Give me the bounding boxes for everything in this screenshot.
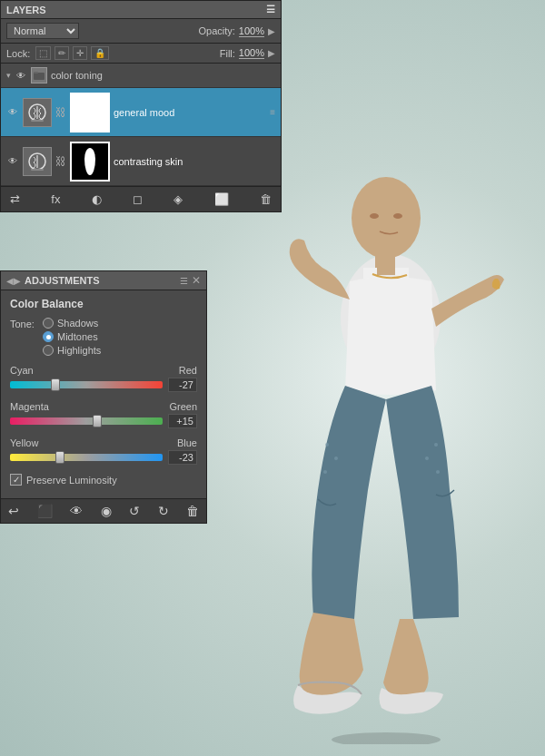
layer-mask-0[interactable] bbox=[70, 93, 110, 133]
tone-row: Tone: Shadows Midtones Highlights bbox=[10, 318, 197, 356]
adj-clip-icon[interactable]: ⬛ bbox=[37, 504, 53, 518]
fx-icon[interactable]: fx bbox=[47, 191, 64, 208]
layer-row-contrasting-skin[interactable]: 👁 ⛓ contrasting skin bbox=[1, 137, 281, 186]
fill-value[interactable]: 100% bbox=[239, 47, 264, 59]
slider-value-cr[interactable]: -27 bbox=[168, 378, 197, 392]
slider-thumb-cr[interactable] bbox=[51, 378, 60, 391]
radio-highlights[interactable] bbox=[43, 345, 54, 356]
new-group-icon[interactable]: ◻ bbox=[129, 191, 146, 208]
cyan-label: Cyan bbox=[10, 365, 34, 376]
radio-midtones[interactable] bbox=[43, 331, 54, 342]
tone-option-highlights[interactable]: Highlights bbox=[43, 345, 101, 356]
opacity-arrow[interactable]: ▶ bbox=[268, 26, 275, 36]
adj-eye-icon[interactable]: 👁 bbox=[70, 504, 83, 518]
layers-blend-row: Normal Opacity: 100% ▶ bbox=[1, 19, 281, 44]
svg-rect-2 bbox=[375, 252, 395, 275]
lock-all-icon[interactable]: 🔒 bbox=[91, 46, 109, 60]
svg-point-8 bbox=[434, 443, 438, 447]
adjustment-icon[interactable]: ◐ bbox=[88, 191, 105, 208]
opacity-value[interactable]: 100% bbox=[239, 25, 264, 37]
adj-section-title: Color Balance bbox=[10, 298, 197, 310]
tone-shadows-label: Shadows bbox=[57, 318, 98, 329]
slider-track-container-yb[interactable] bbox=[10, 451, 163, 464]
lock-paint-icon[interactable]: ✏ bbox=[54, 46, 69, 60]
svg-rect-19 bbox=[31, 120, 44, 122]
layer-chain-icon-1: ⛓ bbox=[55, 155, 66, 168]
adj-trash-icon[interactable]: 🗑 bbox=[186, 504, 199, 518]
lock-icons: ⬚ ✏ ✛ 🔒 bbox=[35, 46, 109, 60]
tone-midtones-label: Midtones bbox=[57, 331, 98, 342]
preserve-luminosity-row[interactable]: Preserve Luminosity bbox=[10, 474, 197, 486]
tone-option-midtones[interactable]: Midtones bbox=[43, 331, 101, 342]
adj-refresh-icon[interactable]: ↻ bbox=[158, 504, 169, 518]
layers-menu-icon[interactable]: ☰ bbox=[266, 4, 275, 15]
adjustments-panel: ◀▶ ADJUSTMENTS ☰ ✕ Color Balance Tone: S… bbox=[0, 270, 207, 524]
group-eye-icon[interactable]: 👁 bbox=[15, 71, 27, 81]
lock-transparent-icon[interactable]: ⬚ bbox=[35, 46, 51, 60]
erase-icon[interactable]: ◈ bbox=[170, 191, 186, 208]
opacity-label: Opacity: bbox=[199, 25, 235, 36]
blend-mode-select[interactable]: Normal bbox=[6, 23, 79, 39]
layer-group-header[interactable]: ▾ 👁 color toning bbox=[1, 64, 281, 88]
tone-options: Shadows Midtones Highlights bbox=[43, 318, 101, 356]
slider-labels-mg: Magenta Green bbox=[10, 401, 197, 412]
slider-with-value-yb: -23 bbox=[10, 450, 197, 465]
layer-eye-icon-0[interactable]: 👁 bbox=[6, 107, 19, 117]
layer-adj-icon-1 bbox=[23, 147, 52, 176]
adj-rotate-icon[interactable]: ↺ bbox=[129, 504, 140, 518]
layers-lock-row: Lock: ⬚ ✏ ✛ 🔒 Fill: 100% ▶ bbox=[1, 44, 281, 64]
svg-point-1 bbox=[352, 177, 421, 259]
slider-track-container-mg[interactable] bbox=[10, 415, 163, 427]
svg-point-13 bbox=[332, 732, 441, 744]
link-icon[interactable]: ⇄ bbox=[6, 191, 24, 208]
adj-title-bar: ◀▶ ADJUSTMENTS ☰ ✕ bbox=[1, 271, 206, 290]
group-name: color toning bbox=[51, 70, 103, 81]
slider-with-value-mg: +15 bbox=[10, 414, 197, 428]
radio-shadows[interactable] bbox=[43, 318, 54, 329]
layer-name-1[interactable]: contrasting skin bbox=[114, 156, 275, 167]
layer-scroll-icon-0: ≡ bbox=[270, 107, 275, 117]
group-expand-arrow[interactable]: ▾ bbox=[6, 71, 11, 80]
new-layer-icon[interactable]: ⬜ bbox=[211, 191, 233, 208]
delete-layer-icon[interactable]: 🗑 bbox=[256, 191, 275, 208]
slider-track-container-cr[interactable] bbox=[10, 378, 163, 391]
svg-point-12 bbox=[393, 213, 402, 219]
layers-panel: LAYERS ☰ Normal Opacity: 100% ▶ Lock: ⬚ … bbox=[0, 0, 282, 212]
slider-thumb-mg[interactable] bbox=[93, 415, 102, 427]
tone-highlights-label: Highlights bbox=[57, 345, 101, 356]
blue-label: Blue bbox=[177, 437, 197, 448]
slider-thumb-yb[interactable] bbox=[55, 451, 64, 464]
slider-value-mg[interactable]: +15 bbox=[168, 414, 197, 428]
layer-row-general-mood[interactable]: 👁 ⛓ general mood ≡ bbox=[1, 88, 281, 137]
fill-row: Fill: 100% ▶ bbox=[220, 47, 275, 59]
layer-chain-icon-0: ⛓ bbox=[55, 106, 66, 119]
red-label: Red bbox=[179, 365, 197, 376]
adj-back-icon[interactable]: ↩ bbox=[8, 504, 19, 518]
slider-row-yellow-blue: Yellow Blue -23 bbox=[10, 437, 197, 465]
slider-value-yb[interactable]: -23 bbox=[168, 450, 197, 465]
slider-row-magenta-green: Magenta Green +15 bbox=[10, 401, 197, 428]
adj-panel-title: ADJUSTMENTS bbox=[25, 275, 100, 286]
layer-name-0[interactable]: general mood bbox=[114, 107, 266, 118]
slider-labels-yb: Yellow Blue bbox=[10, 437, 197, 448]
preserve-luminosity-checkbox[interactable] bbox=[10, 474, 22, 486]
adj-content: Color Balance Tone: Shadows Midtones Hig… bbox=[1, 290, 206, 493]
slider-track-cr bbox=[10, 381, 163, 388]
adj-nav-arrows[interactable]: ◀▶ bbox=[6, 276, 21, 286]
group-folder-icon bbox=[31, 67, 47, 83]
fill-arrow[interactable]: ▶ bbox=[268, 48, 275, 58]
adj-eye2-icon[interactable]: ◉ bbox=[101, 504, 112, 518]
layer-eye-icon-1[interactable]: 👁 bbox=[6, 156, 19, 166]
adj-close-button[interactable]: ✕ bbox=[192, 274, 201, 287]
slider-with-value-cr: -27 bbox=[10, 378, 197, 392]
adj-menu-icon[interactable]: ☰ bbox=[180, 276, 188, 286]
slider-labels-cr: Cyan Red bbox=[10, 365, 197, 376]
lock-move-icon[interactable]: ✛ bbox=[73, 46, 87, 60]
slider-track-yb bbox=[10, 454, 163, 461]
tone-option-shadows[interactable]: Shadows bbox=[43, 318, 101, 329]
layer-adj-icon-0 bbox=[23, 98, 52, 127]
person-figure bbox=[245, 109, 536, 744]
svg-point-10 bbox=[436, 470, 440, 474]
layer-mask-1[interactable] bbox=[70, 142, 110, 182]
layers-panel-title: LAYERS bbox=[6, 5, 46, 15]
